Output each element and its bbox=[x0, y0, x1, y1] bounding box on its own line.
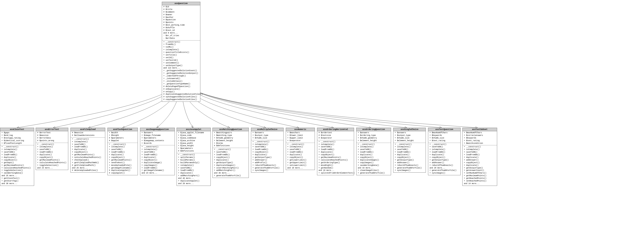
class-methods-assFileUpload: + __construct() + isComplete() + saveToD… bbox=[71, 138, 105, 173]
class-methods-assClozeTest: + __construct() + isComplete() + saveToD… bbox=[0, 145, 34, 186]
class-title-assFlashQuestion: assFlashQuestion bbox=[108, 128, 138, 131]
class-assMatchingQuestion: assMatchingQuestion + $matchingpairs + $… bbox=[212, 128, 249, 178]
class-assOrderingQuestion: assOrderingQuestion + $answers + $orderi… bbox=[356, 128, 391, 175]
class-fields-assSingleChoice: + $answers + $output_type + $thumb_size … bbox=[394, 131, 426, 143]
class-fields-assErrorText: # $errorText # $maxsize # $errordata # $… bbox=[36, 131, 68, 143]
class-fields-assMultipleChoice: + $answers + $output_type + $thumb_size bbox=[251, 131, 283, 140]
class-title-assSingleChoice: assSingleChoice bbox=[394, 128, 426, 131]
class-fields-assClozeTest: + $gaps + $end_tag + $textgap_rating + $… bbox=[0, 131, 34, 145]
class-methods-assMultipleChoice: + __construct() + isComplete() + saveToD… bbox=[251, 140, 283, 173]
class-fields-assOrderingQuestion: + $answers + $ordering_type + $thumb_geo… bbox=[356, 131, 391, 143]
class-fields-assJavaApplet: + $java_applet_filename + $java_code + $… bbox=[177, 131, 210, 153]
class-methods-assImagemapQuestion: + __construct() + isComplete() + saveToD… bbox=[140, 145, 174, 175]
class-title-assErrorText: assErrorText bbox=[36, 128, 68, 131]
class-methods-assMatchingQuestion: + __construct() + saveToDB() + loadFromD… bbox=[213, 148, 248, 178]
class-title-assImagemapQuestion: assImagemapQuestion bbox=[140, 128, 174, 131]
class-title-assClozeTest: assClozeTest bbox=[0, 128, 34, 131]
class-methods-assNumeric: + __construct() + isComplete() + saveToD… bbox=[286, 143, 314, 170]
class-title-assMatchingQuestion: assMatchingQuestion bbox=[213, 128, 248, 131]
class-methods-assQuestion: + __construct() + fromXML() + toXML() + … bbox=[162, 40, 200, 102]
class-title-assQuestion: assQuestion bbox=[162, 2, 200, 5]
class-title-assMultipleChoice: assMultipleChoice bbox=[251, 128, 283, 131]
class-methods-assSingleChoice: + __construct() + isComplete() + saveToD… bbox=[394, 143, 426, 173]
class-methods-assOrderingHorizontal: + __construct() + isComplete() + saveToD… bbox=[317, 140, 354, 175]
class-methods-assOrderingQuestion: + __construct() + isComplete() + saveToD… bbox=[356, 143, 391, 175]
class-title-assTextSubset: assTextSubset bbox=[462, 128, 497, 131]
class-methods-assTextQuestion: + __construct() + saveToDB() + isComplet… bbox=[428, 143, 460, 175]
class-assNumeric: assNumeric + $maxchars + $lower_limit + … bbox=[286, 128, 315, 170]
class-fields-assNumeric: + $maxchars + $lower_limit + $upper_limi… bbox=[286, 131, 314, 143]
class-assSingleChoice: assSingleChoice + $answers + $output_typ… bbox=[393, 128, 426, 173]
class-title-assFileUpload: assFileUpload bbox=[71, 128, 105, 131]
class-assFileUpload: assFileUpload # $maxsize # $allowedexten… bbox=[70, 128, 105, 173]
class-title-assOrderingQuestion: assOrderingQuestion bbox=[356, 128, 391, 131]
class-fields-assQuestion: # $id # $title # $comment # $owner # $au… bbox=[162, 5, 200, 40]
class-methods-assTextSubset: + __construct() + isComplete() + saveToD… bbox=[462, 145, 497, 186]
class-assQuestion: assQuestion # $id # $title # $comment # … bbox=[162, 2, 200, 102]
class-assErrorText: assErrorText # $errorText # $maxsize # $… bbox=[36, 128, 68, 170]
class-assClozeTest: assClozeTest + $gaps + $end_tag + $textg… bbox=[0, 128, 34, 186]
class-assTextQuestion: assTextQuestion + $maxNumOfChars + $keyw… bbox=[428, 128, 460, 175]
connectors-svg bbox=[0, 0, 644, 229]
class-fields-assTextQuestion: + $maxNumOfChars + $keywords + $thumb_si… bbox=[428, 131, 460, 143]
class-methods-assFlashQuestion: + __construct() + isComplete() + saveToD… bbox=[108, 143, 138, 175]
class-fields-assTextSubset: + $maxNumOfChars + $correctanswers + $ke… bbox=[462, 131, 497, 145]
class-title-assNumeric: assNumeric bbox=[286, 128, 314, 131]
diagram-container: assQuestion # $id # $title # $comment # … bbox=[0, 0, 644, 229]
class-assFlashQuestion: assFlashQuestion + $width + $height # $p… bbox=[108, 128, 138, 175]
class-fields-assImagemapQuestion: + $answers + $image_filename + $paramete… bbox=[140, 131, 174, 145]
class-assOrderingHorizontal: assOrderingHorizontal # $ordertext # $te… bbox=[317, 128, 354, 175]
class-title-assTextQuestion: assTextQuestion bbox=[428, 128, 460, 131]
class-fields-assOrderingHorizontal: # $ordertext # $textsize # $separator bbox=[317, 131, 354, 140]
class-assTextSubset: assTextSubset + $maxNumOfChars + $correc… bbox=[462, 128, 497, 186]
class-assImagemapQuestion: assImagemapQuestion + $answers + $image_… bbox=[140, 128, 175, 175]
class-methods-assJavaApplet: + __construct() + splitParams() + buildP… bbox=[177, 153, 210, 186]
class-assJavaApplet: assJavaApplet + $java_applet_filename + … bbox=[176, 128, 211, 186]
class-fields-assFileUpload: # $maxsize # $allowedextensions bbox=[71, 131, 105, 138]
class-methods-assErrorText: + __construct() + isComplete() + saveToD… bbox=[36, 143, 68, 170]
class-title-assJavaApplet: assJavaApplet bbox=[177, 128, 210, 131]
class-fields-assMatchingQuestion: + $matchingpairs + $matching_type + $thu… bbox=[213, 131, 248, 148]
class-title-assOrderingHorizontal: assOrderingHorizontal bbox=[317, 128, 354, 131]
class-assMultipleChoice: assMultipleChoice + $answers + $output_t… bbox=[251, 128, 284, 173]
class-fields-assFlashQuestion: + $width + $height # $parameters # $appl… bbox=[108, 131, 138, 143]
